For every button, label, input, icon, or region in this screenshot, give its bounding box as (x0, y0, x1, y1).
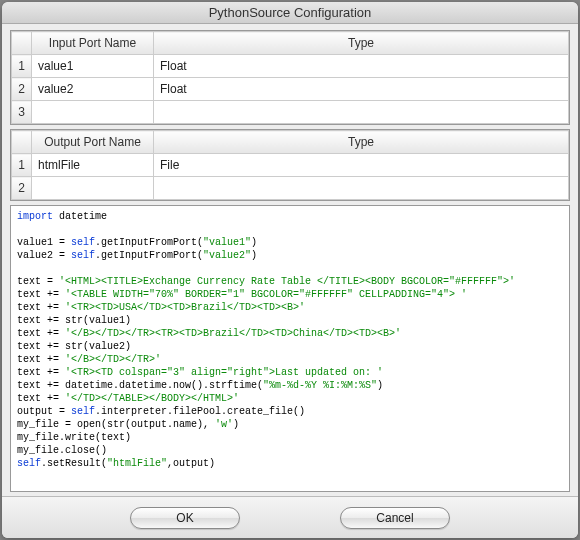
table-row[interactable]: 2 (12, 177, 569, 200)
input-ports-table[interactable]: Input Port Name Type 1 value1 Float 2 va… (10, 30, 570, 125)
port-type-cell[interactable] (154, 101, 569, 124)
row-number: 1 (12, 55, 32, 78)
col-header-type[interactable]: Type (154, 32, 569, 55)
table-row[interactable]: 1 value1 Float (12, 55, 569, 78)
port-type-cell[interactable] (154, 177, 569, 200)
corner-cell (12, 131, 32, 154)
content-area: Input Port Name Type 1 value1 Float 2 va… (2, 24, 578, 496)
row-number: 1 (12, 154, 32, 177)
table-row[interactable]: 1 htmlFile File (12, 154, 569, 177)
table-row[interactable]: 3 (12, 101, 569, 124)
cancel-button[interactable]: Cancel (340, 507, 450, 529)
port-type-cell[interactable]: File (154, 154, 569, 177)
table-header-row: Output Port Name Type (12, 131, 569, 154)
row-number: 3 (12, 101, 32, 124)
port-name-cell[interactable]: value1 (32, 55, 154, 78)
port-name-cell[interactable] (32, 101, 154, 124)
col-header-name[interactable]: Output Port Name (32, 131, 154, 154)
port-type-cell[interactable]: Float (154, 55, 569, 78)
row-number: 2 (12, 78, 32, 101)
window-title: PythonSource Configuration (2, 2, 578, 24)
config-window: PythonSource Configuration Input Port Na… (2, 2, 578, 538)
table-header-row: Input Port Name Type (12, 32, 569, 55)
port-name-cell[interactable]: value2 (32, 78, 154, 101)
port-name-cell[interactable] (32, 177, 154, 200)
button-bar: OK Cancel (2, 496, 578, 538)
code-editor[interactable]: import datetime value1 = self.getInputFr… (10, 205, 570, 492)
port-type-cell[interactable]: Float (154, 78, 569, 101)
ok-button[interactable]: OK (130, 507, 240, 529)
port-name-cell[interactable]: htmlFile (32, 154, 154, 177)
table-row[interactable]: 2 value2 Float (12, 78, 569, 101)
row-number: 2 (12, 177, 32, 200)
corner-cell (12, 32, 32, 55)
col-header-type[interactable]: Type (154, 131, 569, 154)
output-ports-table[interactable]: Output Port Name Type 1 htmlFile File 2 (10, 129, 570, 201)
col-header-name[interactable]: Input Port Name (32, 32, 154, 55)
